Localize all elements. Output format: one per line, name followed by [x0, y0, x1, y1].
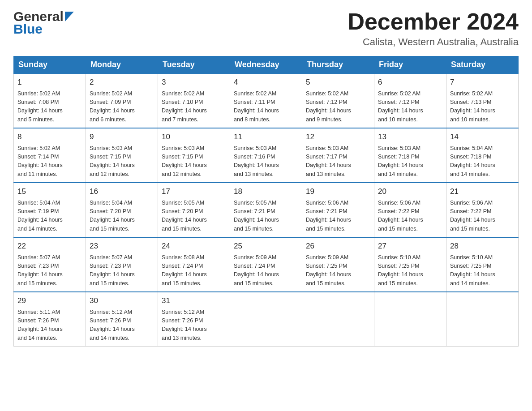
- col-header-wednesday: Wednesday: [230, 56, 302, 74]
- day-number: 4: [234, 77, 298, 88]
- day-number: 30: [90, 295, 154, 307]
- day-number: 3: [162, 77, 226, 88]
- title-area: December 2024 Calista, Western Australia…: [348, 9, 519, 48]
- logo-blue-text: Blue: [13, 21, 74, 37]
- day-info: Sunrise: 5:02 AM Sunset: 7:12 PM Dayligh…: [378, 90, 442, 124]
- col-header-sunday: Sunday: [14, 56, 86, 74]
- day-number: 27: [378, 240, 442, 252]
- page-header: General Blue December 2024 Calista, West…: [13, 9, 519, 48]
- day-info: Sunrise: 5:04 AM Sunset: 7:20 PM Dayligh…: [90, 199, 154, 234]
- calendar-cell: [446, 292, 519, 347]
- day-info: Sunrise: 5:02 AM Sunset: 7:11 PM Dayligh…: [234, 90, 298, 124]
- day-info: Sunrise: 5:04 AM Sunset: 7:18 PM Dayligh…: [450, 144, 515, 179]
- day-number: 9: [90, 131, 154, 143]
- day-number: 15: [17, 186, 82, 197]
- day-info: Sunrise: 5:02 AM Sunset: 7:14 PM Dayligh…: [17, 144, 82, 179]
- calendar-cell: 14 Sunrise: 5:04 AM Sunset: 7:18 PM Dayl…: [446, 128, 519, 183]
- calendar-cell: 1 Sunrise: 5:02 AM Sunset: 7:08 PM Dayli…: [14, 73, 86, 128]
- logo-arrow-icon: [65, 12, 74, 21]
- day-info: Sunrise: 5:09 AM Sunset: 7:24 PM Dayligh…: [234, 253, 298, 288]
- day-info: Sunrise: 5:07 AM Sunset: 7:23 PM Dayligh…: [17, 253, 82, 288]
- day-number: 21: [450, 186, 515, 197]
- calendar-cell: 21 Sunrise: 5:06 AM Sunset: 7:22 PM Dayl…: [446, 183, 519, 237]
- day-number: 6: [378, 77, 442, 88]
- month-title: December 2024: [348, 9, 519, 34]
- calendar-week-2: 8 Sunrise: 5:02 AM Sunset: 7:14 PM Dayli…: [14, 128, 519, 183]
- calendar-cell: [302, 292, 374, 347]
- day-info: Sunrise: 5:04 AM Sunset: 7:19 PM Dayligh…: [17, 199, 82, 234]
- day-number: 31: [162, 295, 226, 307]
- day-number: 25: [234, 240, 298, 252]
- svg-marker-0: [65, 12, 74, 21]
- calendar-cell: 29 Sunrise: 5:11 AM Sunset: 7:26 PM Dayl…: [14, 292, 86, 347]
- day-number: 2: [90, 77, 154, 88]
- calendar-cell: 5 Sunrise: 5:02 AM Sunset: 7:12 PM Dayli…: [302, 73, 374, 128]
- calendar-cell: 9 Sunrise: 5:03 AM Sunset: 7:15 PM Dayli…: [86, 128, 158, 183]
- col-header-saturday: Saturday: [446, 56, 519, 74]
- calendar-cell: 17 Sunrise: 5:05 AM Sunset: 7:20 PM Dayl…: [158, 183, 230, 237]
- calendar-cell: 12 Sunrise: 5:03 AM Sunset: 7:17 PM Dayl…: [302, 128, 374, 183]
- day-number: 5: [306, 77, 370, 88]
- calendar-cell: 10 Sunrise: 5:03 AM Sunset: 7:15 PM Dayl…: [158, 128, 230, 183]
- day-info: Sunrise: 5:08 AM Sunset: 7:24 PM Dayligh…: [162, 253, 226, 288]
- day-info: Sunrise: 5:02 AM Sunset: 7:12 PM Dayligh…: [306, 90, 370, 124]
- calendar-table: SundayMondayTuesdayWednesdayThursdayFrid…: [13, 56, 519, 347]
- day-info: Sunrise: 5:03 AM Sunset: 7:15 PM Dayligh…: [162, 144, 226, 179]
- day-info: Sunrise: 5:06 AM Sunset: 7:22 PM Dayligh…: [378, 199, 442, 234]
- calendar-cell: 4 Sunrise: 5:02 AM Sunset: 7:11 PM Dayli…: [230, 73, 302, 128]
- day-info: Sunrise: 5:03 AM Sunset: 7:15 PM Dayligh…: [90, 144, 154, 179]
- day-info: Sunrise: 5:10 AM Sunset: 7:25 PM Dayligh…: [450, 253, 515, 288]
- calendar-cell: 25 Sunrise: 5:09 AM Sunset: 7:24 PM Dayl…: [230, 237, 302, 292]
- day-number: 13: [378, 131, 442, 143]
- calendar-cell: 19 Sunrise: 5:06 AM Sunset: 7:21 PM Dayl…: [302, 183, 374, 237]
- day-info: Sunrise: 5:05 AM Sunset: 7:21 PM Dayligh…: [234, 199, 298, 234]
- logo: General Blue: [13, 9, 74, 37]
- day-info: Sunrise: 5:02 AM Sunset: 7:13 PM Dayligh…: [450, 90, 515, 124]
- calendar-cell: 22 Sunrise: 5:07 AM Sunset: 7:23 PM Dayl…: [14, 237, 86, 292]
- col-header-monday: Monday: [86, 56, 158, 74]
- day-number: 17: [162, 186, 226, 197]
- location-text: Calista, Western Australia, Australia: [348, 36, 519, 48]
- day-number: 16: [90, 186, 154, 197]
- day-info: Sunrise: 5:02 AM Sunset: 7:10 PM Dayligh…: [162, 90, 226, 124]
- calendar-cell: 13 Sunrise: 5:03 AM Sunset: 7:18 PM Dayl…: [374, 128, 446, 183]
- calendar-cell: 28 Sunrise: 5:10 AM Sunset: 7:25 PM Dayl…: [446, 237, 519, 292]
- day-info: Sunrise: 5:03 AM Sunset: 7:16 PM Dayligh…: [234, 144, 298, 179]
- calendar-cell: [374, 292, 446, 347]
- day-info: Sunrise: 5:03 AM Sunset: 7:17 PM Dayligh…: [306, 144, 370, 179]
- calendar-cell: 15 Sunrise: 5:04 AM Sunset: 7:19 PM Dayl…: [14, 183, 86, 237]
- calendar-cell: 2 Sunrise: 5:02 AM Sunset: 7:09 PM Dayli…: [86, 73, 158, 128]
- calendar-cell: 20 Sunrise: 5:06 AM Sunset: 7:22 PM Dayl…: [374, 183, 446, 237]
- calendar-week-3: 15 Sunrise: 5:04 AM Sunset: 7:19 PM Dayl…: [14, 183, 519, 237]
- day-number: 26: [306, 240, 370, 252]
- day-info: Sunrise: 5:02 AM Sunset: 7:09 PM Dayligh…: [90, 90, 154, 124]
- calendar-cell: 3 Sunrise: 5:02 AM Sunset: 7:10 PM Dayli…: [158, 73, 230, 128]
- calendar-header-row: SundayMondayTuesdayWednesdayThursdayFrid…: [14, 56, 519, 74]
- calendar-cell: 27 Sunrise: 5:10 AM Sunset: 7:25 PM Dayl…: [374, 237, 446, 292]
- day-number: 8: [17, 131, 82, 143]
- day-info: Sunrise: 5:12 AM Sunset: 7:26 PM Dayligh…: [162, 308, 226, 343]
- day-info: Sunrise: 5:12 AM Sunset: 7:26 PM Dayligh…: [90, 308, 154, 343]
- day-number: 23: [90, 240, 154, 252]
- calendar-cell: 16 Sunrise: 5:04 AM Sunset: 7:20 PM Dayl…: [86, 183, 158, 237]
- day-number: 14: [450, 131, 515, 143]
- day-number: 22: [17, 240, 82, 252]
- calendar-cell: 6 Sunrise: 5:02 AM Sunset: 7:12 PM Dayli…: [374, 73, 446, 128]
- col-header-friday: Friday: [374, 56, 446, 74]
- day-number: 18: [234, 186, 298, 197]
- calendar-cell: 31 Sunrise: 5:12 AM Sunset: 7:26 PM Dayl…: [158, 292, 230, 347]
- day-info: Sunrise: 5:07 AM Sunset: 7:23 PM Dayligh…: [90, 253, 154, 288]
- day-info: Sunrise: 5:03 AM Sunset: 7:18 PM Dayligh…: [378, 144, 442, 179]
- calendar-cell: 30 Sunrise: 5:12 AM Sunset: 7:26 PM Dayl…: [86, 292, 158, 347]
- calendar-cell: 7 Sunrise: 5:02 AM Sunset: 7:13 PM Dayli…: [446, 73, 519, 128]
- day-number: 1: [17, 77, 82, 88]
- calendar-cell: 24 Sunrise: 5:08 AM Sunset: 7:24 PM Dayl…: [158, 237, 230, 292]
- day-number: 19: [306, 186, 370, 197]
- calendar-cell: 26 Sunrise: 5:09 AM Sunset: 7:25 PM Dayl…: [302, 237, 374, 292]
- col-header-thursday: Thursday: [302, 56, 374, 74]
- day-number: 11: [234, 131, 298, 143]
- day-number: 12: [306, 131, 370, 143]
- day-number: 28: [450, 240, 515, 252]
- day-number: 10: [162, 131, 226, 143]
- calendar-cell: 11 Sunrise: 5:03 AM Sunset: 7:16 PM Dayl…: [230, 128, 302, 183]
